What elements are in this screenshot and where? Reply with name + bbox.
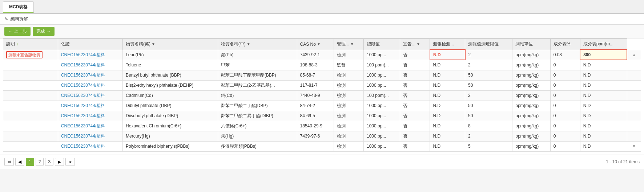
- cell-description: 測報未宣告該物質: [3, 50, 58, 60]
- cell-part-no[interactable]: CNEC156230744/塑料: [58, 121, 122, 131]
- cell-measured-limit: 50: [465, 80, 512, 90]
- cell-part-no[interactable]: CNEC156230744/塑料: [58, 90, 122, 101]
- cell-measured-val: N.D: [430, 50, 465, 60]
- cell-description: [3, 111, 58, 121]
- filter-icon-substance-cn[interactable]: ▼: [247, 42, 250, 46]
- cell-limit: 1000 pp...: [363, 101, 400, 111]
- cell-unit: ppm(mg/kg): [512, 90, 550, 101]
- cell-percent: 0.08: [550, 50, 580, 60]
- page-3-button[interactable]: 3: [45, 158, 53, 166]
- filter-icon-declare[interactable]: ▼: [416, 42, 420, 46]
- cell-part-no[interactable]: CNEC156230744/塑料: [58, 70, 122, 80]
- cell-cas-no: 117-81-7: [297, 80, 334, 90]
- first-page-button[interactable]: ⊲: [4, 158, 14, 166]
- col-part-no: 佐證: [58, 39, 122, 50]
- main-table: 說明 ↓ 佐證 物質名稱(英) ▼ 物質名稱(中) ▼: [3, 38, 641, 152]
- cell-unit: ppm(mg/kg): [512, 111, 550, 121]
- last-page-button[interactable]: ⊳: [65, 158, 75, 166]
- done-icon: →: [47, 29, 51, 34]
- cell-substance-cn: 汞(Hg): [218, 131, 297, 141]
- cell-declare: 否: [400, 121, 430, 131]
- scroll-spacer: [627, 90, 641, 101]
- cell-substance-en: Cadmium(Cd): [123, 90, 218, 101]
- edit-label: 編輯拆解: [11, 16, 28, 22]
- cell-limit: 1000 pp...: [363, 70, 400, 80]
- cell-declare: 否: [400, 90, 430, 101]
- cell-declare: 否: [400, 60, 430, 70]
- cell-part-no[interactable]: CNEC156230744/塑料: [58, 101, 122, 111]
- cell-measured-limit: 2: [465, 90, 512, 101]
- col-limit: 認限值: [363, 39, 400, 50]
- cell-substance-cn: 鄰苯二甲酸二異丁酯(DIBP): [218, 111, 297, 121]
- cell-substance-en: Polybrominated biphenyls(PBBs): [123, 141, 218, 151]
- cell-measured-val: N.D: [430, 101, 465, 111]
- cell-percent: 0: [550, 111, 580, 121]
- cell-manage: 檢測: [334, 101, 363, 111]
- cell-measured-val: N.D: [430, 111, 465, 121]
- cell-unit: ppm(mg/kg): [512, 60, 550, 70]
- cell-declare: 否: [400, 141, 430, 151]
- next-page-button[interactable]: ▶: [55, 158, 64, 166]
- cell-description: [3, 121, 58, 131]
- tab-mcd[interactable]: MCD表格: [3, 1, 34, 13]
- cell-ppm: 800: [580, 50, 627, 60]
- filter-icon-manage[interactable]: ▼: [350, 42, 354, 46]
- cell-cas-no: 18540-29-9: [297, 121, 334, 131]
- filter-icon-cas-no[interactable]: ▼: [317, 42, 321, 46]
- table-header-row: 說明 ↓ 佐證 物質名稱(英) ▼ 物質名稱(中) ▼: [3, 39, 641, 50]
- cell-description: [3, 131, 58, 141]
- col-substance-en: 物質名稱(英) ▼: [123, 39, 218, 50]
- cell-part-no[interactable]: CNEC156230744/塑料: [58, 141, 122, 151]
- col-measured-val: 測報檢測...: [430, 39, 465, 50]
- cell-measured-val: N.D: [430, 131, 465, 141]
- table-body: 測報未宣告該物質CNEC156230744/塑料Lead(Pb)鉛(Pb)743…: [3, 50, 641, 151]
- cell-manage: 檢測: [334, 111, 363, 121]
- action-bar: ← 上一步 完成 →: [0, 25, 644, 38]
- filter-icon-substance-en[interactable]: ▼: [152, 42, 155, 46]
- cell-manage: 檢測: [334, 141, 363, 151]
- cell-description: [3, 80, 58, 90]
- done-label: 完成: [36, 28, 45, 34]
- prev-icon: ←: [8, 29, 12, 34]
- cell-part-no[interactable]: CNEC156230744/塑料: [58, 111, 122, 121]
- cell-measured-val: N.D: [430, 80, 465, 90]
- prev-button[interactable]: ← 上一步: [4, 27, 31, 36]
- scroll-spacer: [627, 80, 641, 90]
- scroll-indicator[interactable]: ▲: [627, 50, 641, 60]
- cell-percent: 0: [550, 131, 580, 141]
- cell-percent: 0: [550, 70, 580, 80]
- page-controls: ⊲ ◀ 1 2 3 ▶ ⊳: [4, 158, 75, 166]
- cell-unit: ppm(mg/kg): [512, 80, 550, 90]
- cell-cas-no: 7439-92-1: [297, 50, 334, 60]
- cell-unit: ppm(mg/kg): [512, 70, 550, 80]
- cell-part-no[interactable]: CNEC156230744/塑料: [58, 60, 122, 70]
- col-manage: 管理... ▼: [334, 39, 363, 50]
- cell-description: [3, 90, 58, 101]
- cell-ppm: N.D: [580, 80, 627, 90]
- col-measured-limit: 測報值測燈限值: [465, 39, 512, 50]
- cell-description: [3, 60, 58, 70]
- cell-cas-no: 84-74-2: [297, 101, 334, 111]
- col-ppm: 成分表ppm(m...: [580, 39, 627, 50]
- cell-part-no[interactable]: CNEC156230744/塑料: [58, 80, 122, 90]
- page-2-button[interactable]: 2: [36, 158, 44, 166]
- cell-part-no[interactable]: CNEC156230744/塑料: [58, 131, 122, 141]
- table-row: 測報未宣告該物質CNEC156230744/塑料Lead(Pb)鉛(Pb)743…: [3, 50, 641, 60]
- cell-limit: 1000 pp...: [363, 121, 400, 131]
- cell-unit: ppm(mg/kg): [512, 131, 550, 141]
- done-button[interactable]: 完成 →: [33, 27, 55, 36]
- page-1-button[interactable]: 1: [26, 158, 34, 166]
- sort-icon-description[interactable]: ↓: [17, 42, 19, 46]
- scroll-indicator-down[interactable]: ▼: [627, 141, 641, 151]
- cell-unit: ppm(mg/kg): [512, 141, 550, 151]
- cell-manage: 檢測: [334, 70, 363, 80]
- scroll-spacer: [627, 101, 641, 111]
- cell-ppm: N.D: [580, 111, 627, 121]
- table-row: CNEC156230744/塑料Mercury(Hg)汞(Hg)7439-97-…: [3, 131, 641, 141]
- cell-ppm: N.D: [580, 90, 627, 101]
- cell-part-no[interactable]: CNEC156230744/塑料: [58, 50, 122, 60]
- cell-substance-en: Bis(2-ethylhexyl) phthalate (DEHP): [123, 80, 218, 90]
- scroll-spacer: [627, 121, 641, 131]
- prev-page-button[interactable]: ◀: [15, 158, 24, 166]
- table-row: CNEC156230744/塑料Benzyl butyl phthalate (…: [3, 70, 641, 80]
